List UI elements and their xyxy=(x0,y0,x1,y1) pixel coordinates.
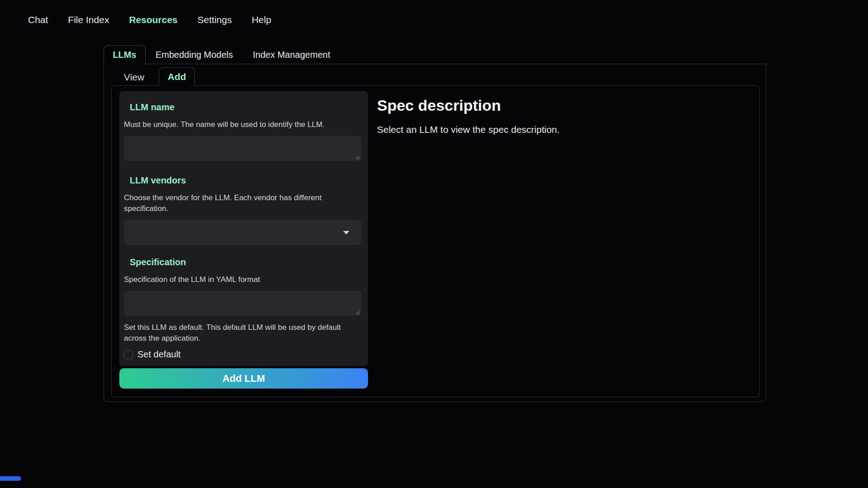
resource-tabs: LLMs Embedding Models Index Management xyxy=(104,45,766,64)
set-default-label: Set default xyxy=(137,349,181,360)
spec-description-placeholder: Select an LLM to view the spec descripti… xyxy=(377,123,730,136)
add-llm-form: LLM name Must be unique. The name will b… xyxy=(119,91,368,366)
nav-item-file-index[interactable]: File Index xyxy=(68,12,109,28)
llm-vendors-description: Choose the vendor for the LLM. Each vend… xyxy=(124,192,361,214)
specification-field-wrap xyxy=(124,291,361,316)
llm-name-label: LLM name xyxy=(130,91,361,113)
llm-name-input[interactable] xyxy=(124,136,361,161)
llm-vendors-dropdown[interactable] xyxy=(124,220,361,245)
specification-input[interactable] xyxy=(124,291,361,316)
nav-item-settings[interactable]: Settings xyxy=(198,12,232,28)
spec-description-section: Spec description Select an LLM to view t… xyxy=(377,91,730,136)
llm-name-field-wrap xyxy=(124,136,361,161)
set-default-checkbox[interactable] xyxy=(124,350,133,359)
specification-description: Specification of the LLM in YAML format xyxy=(124,274,361,285)
set-default-description: Set this LLM as default. This default LL… xyxy=(124,322,361,344)
llm-name-description: Must be unique. The name will be used to… xyxy=(124,119,361,130)
nav-item-help[interactable]: Help xyxy=(252,12,271,28)
nav-item-chat[interactable]: Chat xyxy=(28,12,48,28)
horizontal-scrollbar-thumb[interactable] xyxy=(0,476,21,481)
specification-label: Specification xyxy=(130,245,361,268)
llm-vendors-label: LLM vendors xyxy=(130,161,361,186)
tab-embedding-models[interactable]: Embedding Models xyxy=(146,45,243,64)
subtab-add[interactable]: Add xyxy=(159,67,195,86)
spec-description-title: Spec description xyxy=(377,91,730,114)
add-llm-panel: LLM name Must be unique. The name will b… xyxy=(111,85,760,397)
top-navigation: Chat File Index Resources Settings Help xyxy=(28,12,271,28)
llms-tab-content: View Add LLM name Must be unique. The na… xyxy=(104,64,766,402)
add-llm-button[interactable]: Add LLM xyxy=(119,368,368,389)
nav-item-resources[interactable]: Resources xyxy=(129,12,177,28)
tab-llms[interactable]: LLMs xyxy=(104,45,146,65)
set-default-row[interactable]: Set default xyxy=(124,349,361,360)
chevron-down-icon xyxy=(343,231,349,235)
subtab-view[interactable]: View xyxy=(119,69,149,86)
llm-subtabs: View Add xyxy=(119,67,195,86)
tab-index-management[interactable]: Index Management xyxy=(243,45,340,64)
